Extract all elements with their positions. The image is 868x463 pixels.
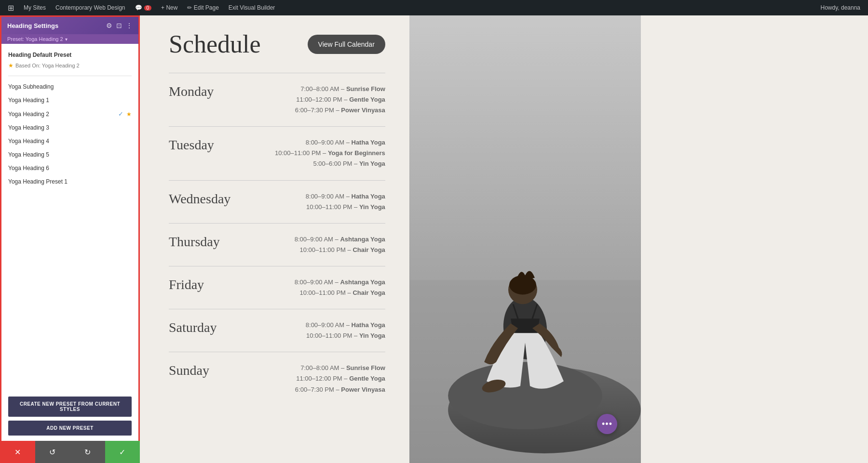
layout-icon[interactable]: ⊡ — [116, 22, 122, 29]
redo-button[interactable]: ↻ — [70, 441, 105, 463]
class-entry: 8:00–9:00 AM – Hatha Yoga — [275, 137, 385, 148]
preset-item[interactable]: Yoga Heading 6 — [1, 161, 138, 175]
class-time: 11:00–12:00 PM — [296, 375, 342, 382]
settings-icon[interactable]: ⚙ — [106, 22, 112, 29]
day-name: Monday — [169, 84, 275, 99]
preset-item[interactable]: Yoga Subheading — [1, 80, 138, 93]
class-entry: 7:00–8:00 AM – Sunrise Flow — [295, 84, 385, 94]
class-name: Chair Yoga — [353, 289, 385, 296]
class-entry: 11:00–12:00 PM – Gentle Yoga — [295, 94, 385, 105]
preset-item-label: Yoga Heading 2 — [8, 111, 118, 118]
admin-bar: ⊞ My Sites Contemporary Web Design 💬 0 +… — [0, 0, 868, 15]
undo-button[interactable]: ↺ — [35, 441, 70, 463]
day-name: Saturday — [169, 320, 275, 335]
class-entry: 8:00–9:00 AM – Ashtanga Yoga — [295, 234, 385, 245]
preset-item-label: Yoga Heading 1 — [8, 97, 132, 104]
preset-dropdown-arrow: ▾ — [65, 37, 68, 42]
sidebar-buttons: CREATE NEW PRESET FROM CURRENT STYLES AD… — [1, 392, 138, 440]
schedule-day: Saturday8:00–9:00 AM – Hatha Yoga10:00–1… — [169, 309, 385, 352]
view-calendar-button[interactable]: View Full Calendar — [308, 35, 385, 54]
day-classes: 8:00–9:00 AM – Hatha Yoga10:00–11:00 PM … — [306, 191, 385, 212]
cancel-button[interactable]: ✕ — [0, 441, 35, 463]
redo-icon: ↻ — [84, 448, 91, 457]
class-name: Gentle Yoga — [349, 96, 385, 103]
fab-icon: ••• — [602, 419, 612, 429]
class-separator: – — [321, 149, 327, 157]
day-classes: 8:00–9:00 AM – Hatha Yoga10:00–11:00 PM … — [275, 137, 385, 169]
class-entry: 7:00–8:00 AM – Sunrise Flow — [295, 363, 385, 373]
class-name: Power Vinyasa — [341, 106, 385, 114]
comment-icon: 💬 — [135, 4, 142, 11]
preset-item[interactable]: Yoga Heading Preset 1 — [1, 175, 138, 188]
sidebar-header: Heading Settings ⚙ ⊡ ⋮ — [1, 17, 138, 34]
save-button[interactable]: ✓ — [105, 441, 140, 463]
based-on-label: ★ Based On: Yoga Heading 2 — [1, 61, 138, 74]
create-preset-button[interactable]: CREATE NEW PRESET FROM CURRENT STYLES — [8, 397, 132, 417]
right-image — [409, 15, 641, 463]
class-separator: – — [346, 246, 353, 253]
class-separator: – — [333, 236, 340, 243]
class-name: Yin Yoga — [359, 332, 385, 339]
new-link[interactable]: + New — [157, 2, 181, 13]
day-classes: 7:00–8:00 AM – Sunrise Flow11:00–12:00 P… — [295, 84, 385, 116]
site-name-link[interactable]: Contemporary Web Design — [52, 2, 129, 13]
class-entry: 11:00–12:00 PM – Gentle Yoga — [295, 373, 385, 384]
comments-link[interactable]: 💬 0 — [131, 2, 156, 13]
class-separator: – — [344, 193, 351, 200]
class-separator: – — [339, 85, 346, 93]
class-name: Yoga for Beginners — [328, 149, 385, 157]
class-name: Sunrise Flow — [346, 364, 385, 371]
schedule-title: Schedule — [169, 30, 261, 58]
cancel-icon: ✕ — [14, 448, 21, 457]
content-wrapper: Schedule View Full Calendar Monday7:00–8… — [140, 15, 641, 463]
class-separator: – — [339, 364, 346, 371]
save-icon: ✓ — [119, 448, 125, 457]
class-name: Chair Yoga — [353, 246, 385, 253]
class-separator: – — [333, 278, 340, 286]
class-separator: – — [334, 386, 341, 393]
class-time: 10:00–11:00 PM — [306, 203, 352, 211]
class-time: 7:00–8:00 AM — [300, 85, 339, 93]
day-name: Thursday — [169, 234, 275, 250]
exit-builder-link[interactable]: Exit Visual Builder — [225, 2, 279, 13]
preset-item[interactable]: Yoga Heading 5 — [1, 148, 138, 161]
day-classes: 8:00–9:00 AM – Ashtanga Yoga10:00–11:00 … — [295, 234, 385, 255]
class-name: Power Vinyasa — [341, 386, 385, 393]
comment-count: 0 — [144, 5, 152, 11]
class-separator: – — [344, 321, 351, 329]
class-name: Yin Yoga — [359, 203, 385, 211]
class-separator: – — [344, 139, 351, 146]
preset-item-label: Yoga Heading 3 — [8, 124, 132, 131]
preset-item-label: Yoga Heading Preset 1 — [8, 178, 132, 185]
floating-action-button[interactable]: ••• — [597, 414, 617, 434]
class-name: Ashtanga Yoga — [340, 278, 385, 286]
svg-point-3 — [448, 362, 602, 429]
class-entry: 5:00–6:00 PM – Yin Yoga — [275, 159, 385, 169]
preset-label-bar[interactable]: Preset: Yoga Heading 2 ▾ — [1, 34, 138, 44]
class-separator: – — [342, 96, 349, 103]
class-entry: 10:00–11:00 PM – Yin Yoga — [306, 202, 385, 212]
schedule-day: Friday8:00–9:00 AM – Ashtanga Yoga10:00–… — [169, 266, 385, 309]
wp-logo[interactable]: ⊞ — [4, 1, 18, 14]
star-filled-icon: ★ — [126, 111, 132, 118]
schedule-day: Sunday7:00–8:00 AM – Sunrise Flow11:00–1… — [169, 352, 385, 405]
schedule-days: Monday7:00–8:00 AM – Sunrise Flow11:00–1… — [169, 73, 385, 406]
class-time: 6:00–7:30 PM — [295, 106, 334, 114]
schedule-day: Thursday8:00–9:00 AM – Ashtanga Yoga10:0… — [169, 223, 385, 266]
class-entry: 8:00–9:00 AM – Hatha Yoga — [306, 320, 385, 331]
my-sites-link[interactable]: My Sites — [20, 2, 50, 13]
preset-item-label: Yoga Heading 5 — [8, 151, 132, 158]
class-time: 10:00–11:00 PM — [275, 149, 321, 157]
edit-page-link[interactable]: ✏ Edit Page — [183, 2, 222, 13]
class-time: 10:00–11:00 PM — [300, 246, 346, 253]
preset-label-text: Preset: Yoga Heading 2 — [7, 36, 63, 42]
more-icon[interactable]: ⋮ — [126, 22, 133, 29]
preset-item[interactable]: Yoga Heading 2✓★ — [1, 107, 138, 121]
preset-item[interactable]: Yoga Heading 1 — [1, 93, 138, 107]
class-time: 8:00–9:00 AM — [306, 139, 344, 146]
add-preset-button[interactable]: ADD NEW PRESET — [8, 421, 132, 436]
bottom-toolbar: ✕ ↺ ↻ ✓ — [0, 441, 140, 463]
class-name: Hatha Yoga — [352, 193, 385, 200]
preset-item[interactable]: Yoga Heading 4 — [1, 134, 138, 148]
preset-item[interactable]: Yoga Heading 3 — [1, 121, 138, 134]
